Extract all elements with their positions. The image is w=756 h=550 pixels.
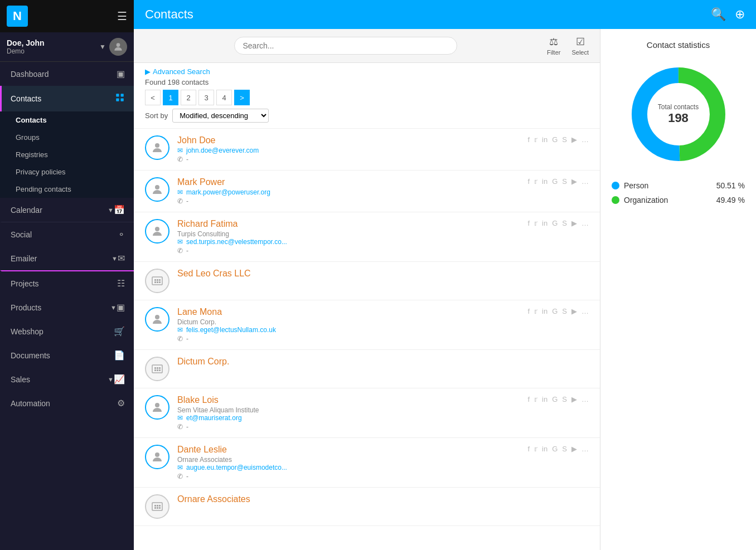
sidebar-item-pending-contacts[interactable]: Pending contacts bbox=[0, 181, 134, 198]
twitter-icon[interactable]: 𝕣 bbox=[534, 219, 537, 227]
sidebar-item-contacts[interactable]: Contacts bbox=[0, 86, 134, 111]
sidebar-item-webshop[interactable]: Webshop 🛒 bbox=[0, 319, 134, 343]
contact-item[interactable]: John Doe ✉john.doe@everever.com ✆- f 𝕣 i… bbox=[134, 129, 600, 171]
skype-icon[interactable]: S bbox=[562, 135, 567, 144]
contact-phone-row: ✆- bbox=[177, 423, 527, 431]
page-1-button[interactable]: 1 bbox=[163, 90, 178, 105]
contact-name: John Doe bbox=[177, 135, 527, 145]
linkedin-icon[interactable]: in bbox=[542, 395, 547, 403]
twitter-icon[interactable]: 𝕣 bbox=[534, 307, 537, 315]
sidebar-item-dashboard[interactable]: Dashboard ▣ bbox=[0, 62, 134, 86]
sidebar-item-calendar[interactable]: Calendar ▼ 📅 bbox=[0, 198, 134, 222]
twitter-icon[interactable]: 𝕣 bbox=[534, 135, 537, 144]
skype-icon[interactable]: S bbox=[562, 177, 567, 186]
facebook-icon[interactable]: f bbox=[527, 219, 530, 227]
filter-button[interactable]: ⚖ Filter bbox=[547, 36, 560, 56]
prev-page-button[interactable]: < bbox=[145, 90, 161, 105]
more-icon[interactable]: … bbox=[581, 219, 589, 227]
contact-email[interactable]: augue.eu.tempor@euismodetco... bbox=[186, 464, 287, 471]
search-topbar-button[interactable]: 🔍 bbox=[711, 7, 726, 22]
youtube-icon[interactable]: ▶ bbox=[571, 307, 577, 315]
select-button[interactable]: ☑ Select bbox=[571, 36, 589, 56]
linkedin-icon[interactable]: in bbox=[542, 445, 547, 453]
email-icon: ✉ bbox=[177, 464, 183, 471]
facebook-icon[interactable]: f bbox=[527, 307, 530, 315]
youtube-icon[interactable]: ▶ bbox=[571, 445, 577, 453]
contact-email[interactable]: john.doe@everever.com bbox=[186, 147, 259, 154]
contact-item[interactable]: Dictum Corp. bbox=[134, 350, 600, 388]
sidebar-item-products[interactable]: Products ▼ ▣ bbox=[0, 295, 134, 319]
linkedin-icon[interactable]: in bbox=[542, 135, 547, 144]
next-page-button[interactable]: > bbox=[234, 90, 250, 105]
stats-title: Contact statistics bbox=[612, 40, 745, 50]
user-section[interactable]: Doe, John Demo ▼ bbox=[0, 32, 134, 62]
sidebar-item-groups[interactable]: Groups bbox=[0, 129, 134, 146]
contact-item[interactable]: Ornare Associates bbox=[134, 488, 600, 526]
twitter-icon[interactable]: 𝕣 bbox=[534, 395, 537, 403]
sidebar-item-social[interactable]: Social ⚬ bbox=[0, 222, 134, 246]
skype-icon[interactable]: S bbox=[562, 445, 567, 453]
google-icon[interactable]: G bbox=[552, 177, 558, 186]
facebook-icon[interactable]: f bbox=[527, 395, 530, 403]
more-icon[interactable]: … bbox=[581, 307, 589, 315]
contact-phone: - bbox=[186, 473, 188, 480]
contact-item[interactable]: Lane Mona Dictum Corp. ✉felis.eget@lectu… bbox=[134, 300, 600, 350]
more-icon[interactable]: … bbox=[581, 445, 589, 453]
sidebar-item-label: Products bbox=[11, 303, 107, 312]
search-bar-row: ⚖ Filter ☑ Select bbox=[134, 29, 600, 63]
more-icon[interactable]: … bbox=[581, 135, 589, 144]
skype-icon[interactable]: S bbox=[562, 395, 567, 403]
hamburger-button[interactable]: ☰ bbox=[117, 9, 127, 23]
sort-select[interactable]: Modified, descending Modified, ascending… bbox=[172, 109, 269, 123]
search-input[interactable] bbox=[234, 37, 457, 55]
contact-email[interactable]: felis.eget@lectusNullam.co.uk bbox=[186, 326, 276, 334]
facebook-icon[interactable]: f bbox=[527, 135, 530, 144]
contact-avatar bbox=[145, 269, 169, 293]
youtube-icon[interactable]: ▶ bbox=[571, 395, 577, 403]
facebook-icon[interactable]: f bbox=[527, 177, 530, 186]
more-icon[interactable]: … bbox=[581, 395, 589, 403]
sidebar-item-documents[interactable]: Documents 📄 bbox=[0, 343, 134, 367]
sidebar-item-label: Sales bbox=[11, 375, 104, 384]
page-4-button[interactable]: 4 bbox=[216, 90, 232, 105]
youtube-icon[interactable]: ▶ bbox=[571, 135, 577, 144]
contact-email[interactable]: sed.turpis.nec@velesttempor.co... bbox=[186, 238, 287, 246]
contact-item[interactable]: Richard Fatima Turpis Consulting ✉sed.tu… bbox=[134, 212, 600, 262]
skype-icon[interactable]: S bbox=[562, 307, 567, 315]
advanced-search-link[interactable]: ▶ Advanced Search bbox=[145, 67, 589, 76]
contact-item[interactable]: Dante Leslie Ornare Associates ✉augue.eu… bbox=[134, 438, 600, 488]
google-icon[interactable]: G bbox=[552, 395, 558, 403]
contact-email[interactable]: et@mauriserat.org bbox=[186, 414, 242, 422]
page-2-button[interactable]: 2 bbox=[181, 90, 196, 105]
contact-item[interactable]: Blake Lois Sem Vitae Aliquam Institute ✉… bbox=[134, 388, 600, 438]
contact-email[interactable]: mark.power@poweruser.org bbox=[186, 188, 270, 196]
linkedin-icon[interactable]: in bbox=[542, 307, 547, 315]
page-3-button[interactable]: 3 bbox=[198, 90, 214, 105]
twitter-icon[interactable]: 𝕣 bbox=[534, 177, 537, 186]
youtube-icon[interactable]: ▶ bbox=[571, 177, 577, 186]
linkedin-icon[interactable]: in bbox=[542, 219, 547, 227]
sidebar-item-automation[interactable]: Automation ⚙ bbox=[0, 391, 134, 415]
linkedin-icon[interactable]: in bbox=[542, 177, 547, 186]
dashboard-icon: ▣ bbox=[117, 69, 125, 79]
sidebar-item-registries[interactable]: Registries bbox=[0, 146, 134, 163]
add-button[interactable]: ⊕ bbox=[735, 7, 745, 22]
facebook-icon[interactable]: f bbox=[527, 445, 530, 453]
sidebar-item-emailer[interactable]: Emailer ▼ ✉ bbox=[0, 246, 134, 270]
google-icon[interactable]: G bbox=[552, 445, 558, 453]
contact-item[interactable]: Mark Power ✉mark.power@poweruser.org ✆- … bbox=[134, 171, 600, 212]
contact-item[interactable]: Sed Leo Cras LLC bbox=[134, 262, 600, 300]
sidebar-item-privacy-policies[interactable]: Privacy policies bbox=[0, 163, 134, 181]
google-icon[interactable]: G bbox=[552, 219, 558, 227]
google-icon[interactable]: G bbox=[552, 135, 558, 144]
twitter-icon[interactable]: 𝕣 bbox=[534, 445, 537, 453]
google-icon[interactable]: G bbox=[552, 307, 558, 315]
more-icon[interactable]: … bbox=[581, 177, 589, 186]
person-dot bbox=[612, 182, 619, 189]
skype-icon[interactable]: S bbox=[562, 219, 567, 227]
sidebar-item-contacts-sub[interactable]: Contacts bbox=[0, 111, 134, 129]
sidebar-item-label: Contacts bbox=[11, 94, 115, 103]
sidebar-item-projects[interactable]: Projects ☷ bbox=[0, 270, 134, 295]
youtube-icon[interactable]: ▶ bbox=[571, 219, 577, 227]
sidebar-item-sales[interactable]: Sales ▼ 📈 bbox=[0, 367, 134, 391]
